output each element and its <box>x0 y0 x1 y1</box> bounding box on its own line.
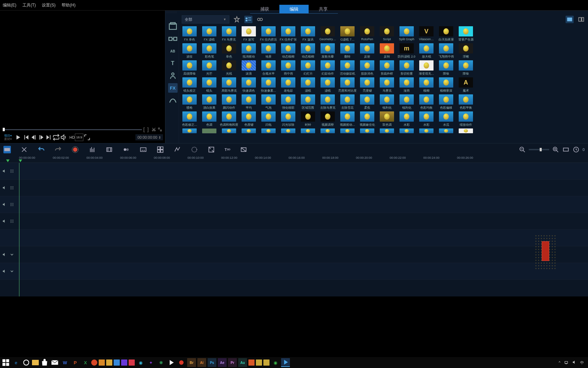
fx-item[interactable]: 镜头校正 <box>180 77 199 94</box>
fx-item[interactable]: FX 单色 <box>180 26 199 43</box>
cat-overlay-icon[interactable] <box>168 71 178 80</box>
fx-item[interactable]: VVitascen… <box>416 26 436 43</box>
fx-item[interactable]: 局部马赛克 <box>219 77 239 94</box>
volume-button[interactable] <box>60 134 67 141</box>
fx-item[interactable]: 频闪动作 <box>219 94 239 111</box>
taskbar-audition-icon[interactable]: Au <box>238 358 247 367</box>
fx-item[interactable]: 老电影 <box>278 77 298 94</box>
taskbar-edge-icon[interactable]: e <box>12 358 20 367</box>
track-expand-icon[interactable] <box>10 252 14 257</box>
fx-item[interactable] <box>219 128 239 143</box>
taskbar-app9-icon[interactable]: ❋ <box>157 358 165 367</box>
track-motion-button[interactable] <box>122 146 130 153</box>
fx-item[interactable]: FX 滤镜 <box>199 26 219 43</box>
fx-item[interactable]: 平均 <box>239 94 259 111</box>
fx-item[interactable] <box>377 128 397 143</box>
fx-item[interactable]: G滤镜 7… <box>338 26 357 43</box>
fx-item[interactable]: 滤镜 <box>298 77 318 94</box>
fx-item[interactable]: 光芒 <box>199 60 219 77</box>
fx-item[interactable]: 放大镜 <box>416 43 436 60</box>
timeline-track[interactable] <box>0 180 588 196</box>
preview-display[interactable] <box>1 12 164 126</box>
cat-title-icon[interactable]: AB <box>168 46 178 56</box>
timeline-track[interactable] <box>0 163 588 180</box>
fx-item[interactable]: 色调 <box>199 111 219 128</box>
tray-ime-indicator[interactable]: 中 <box>580 360 584 365</box>
menu-help[interactable]: 帮助(H) <box>62 2 76 8</box>
fx-item[interactable]: 浮雕 <box>456 43 476 60</box>
fx-item[interactable]: 高级降噪 <box>180 60 199 77</box>
fx-item[interactable]: 锐利化 <box>397 94 416 111</box>
fx-item[interactable]: 镜头 <box>199 77 219 94</box>
taskbar-bridge-icon[interactable]: Br <box>187 358 196 367</box>
fx-item[interactable] <box>338 128 357 143</box>
mask-button[interactable] <box>191 146 198 153</box>
fx-item[interactable]: 色调和饱和度 <box>219 111 239 128</box>
taskbar-app2-icon[interactable] <box>99 359 105 366</box>
fx-item[interactable]: 飞翔画中画 <box>436 43 456 60</box>
track-mute-icon[interactable] <box>2 185 7 190</box>
fx-item[interactable]: Split Graph <box>397 26 416 43</box>
fx-item[interactable]: A魔术 <box>456 77 476 94</box>
fx-item[interactable]: 快速调色 <box>239 77 259 94</box>
taskbar-app4-icon[interactable] <box>114 359 120 366</box>
timeline-track[interactable] <box>0 263 588 280</box>
taskbar-explorer-icon[interactable] <box>32 360 39 365</box>
taskbar-videoeditor-icon[interactable] <box>281 358 290 367</box>
fx-item[interactable]: 滚浪 <box>239 60 259 77</box>
favorite-icon[interactable] <box>233 16 241 23</box>
aspect-ratio-button[interactable]: 16:9 <box>75 134 84 141</box>
fx-item[interactable] <box>357 128 377 143</box>
taskbar-app7-icon[interactable]: ◉ <box>136 358 145 367</box>
fx-item[interactable]: 滤镜 <box>318 77 338 94</box>
undo-button[interactable] <box>37 146 45 153</box>
track-mute-icon[interactable] <box>2 252 7 257</box>
fx-item[interactable]: 缩放动作 <box>456 111 476 128</box>
fx-item[interactable]: 水流 <box>436 111 456 128</box>
track-mute-icon[interactable] <box>2 219 7 224</box>
3d-title-button[interactable]: T3D <box>225 146 230 153</box>
fx-item[interactable]: 剪裁外框 <box>377 60 397 77</box>
timeline-track[interactable] <box>0 196 588 213</box>
show-options-icon[interactable] <box>577 16 585 23</box>
menu-edit[interactable]: 编辑(E) <box>3 2 16 8</box>
fx-item[interactable]: Geometry… <box>318 26 338 43</box>
fx-item[interactable]: 渐变填充… <box>416 60 436 77</box>
taskbar-excel-icon[interactable]: X <box>81 358 90 367</box>
fx-item[interactable]: 强化细部 <box>278 94 298 111</box>
fx-item[interactable]: 白天拍夜景 <box>436 26 456 43</box>
taskbar-app5-icon[interactable] <box>121 359 127 366</box>
fx-item[interactable]: 色彩修正… <box>180 111 199 128</box>
fx-item[interactable]: 双色调 <box>377 111 397 128</box>
playback-mode[interactable]: 项目▾ 素材▾ <box>2 134 14 141</box>
taskbar-app3-icon[interactable] <box>106 359 112 366</box>
fx-item[interactable]: 时钟 <box>298 111 318 128</box>
fx-item[interactable]: 翻转 <box>338 43 357 60</box>
taskbar-store-icon[interactable] <box>40 358 49 367</box>
track-mute-icon[interactable] <box>2 202 7 207</box>
project-duration-icon[interactable] <box>572 146 580 153</box>
fx-item[interactable]: 幻影动作 <box>318 60 338 77</box>
cat-text-icon[interactable]: T <box>168 59 178 68</box>
fx-item[interactable]: 模糊 <box>416 77 436 94</box>
zoom-in-icon[interactable] <box>552 146 559 153</box>
taskbar-illustrator-icon[interactable]: Ai <box>197 358 206 367</box>
prev-frame-button[interactable] <box>30 134 37 141</box>
fx-item[interactable]: 闪光珍除 <box>278 111 298 128</box>
fx-item[interactable]: 水彩 <box>397 111 416 128</box>
loop-button[interactable] <box>52 134 60 141</box>
taskbar-premiere-icon[interactable]: Pr <box>228 358 237 367</box>
fx-item[interactable]: 气泡 <box>259 94 278 111</box>
end-button[interactable] <box>45 134 52 141</box>
fx-item[interactable]: 漂白效果 <box>199 94 219 111</box>
library-grid[interactable]: FX 单色FX 滤镜FX 马赛克FX 速写FX 往内挤压FX 往外扩张FX 漩涡… <box>165 26 588 143</box>
fx-item[interactable] <box>456 128 476 143</box>
fx-item[interactable]: FX 速写 <box>239 26 259 43</box>
taskbar-word-icon[interactable]: W <box>61 358 69 367</box>
split-icon[interactable] <box>151 127 156 132</box>
audio-mixer-button[interactable] <box>88 146 96 153</box>
fx-item[interactable]: 模糊景深 <box>436 77 456 94</box>
fx-item[interactable]: FX 往外扩张 <box>278 26 298 43</box>
track-mute-icon[interactable] <box>2 269 7 274</box>
fx-item[interactable]: 色彩均衡 <box>416 94 436 111</box>
